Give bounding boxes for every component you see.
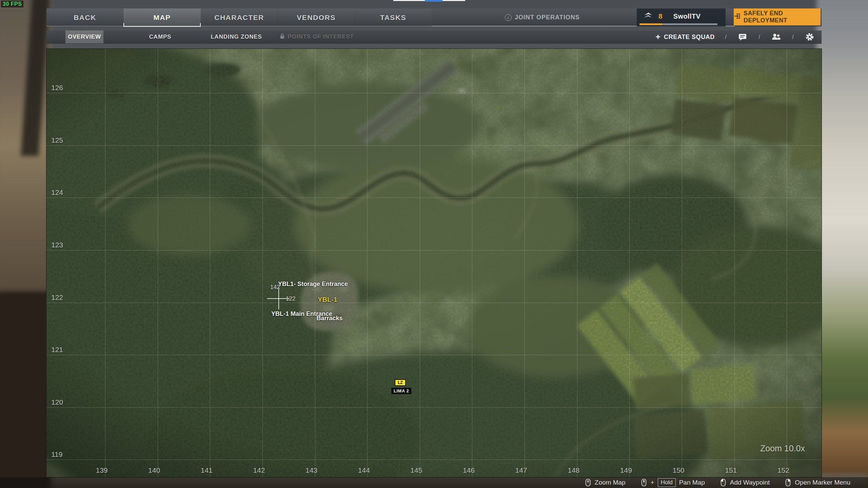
grid-line xyxy=(787,49,787,477)
tab-tasks[interactable]: TASKS xyxy=(355,8,432,26)
grid-line xyxy=(46,198,822,198)
grid-line xyxy=(315,49,315,477)
grid-line xyxy=(210,49,210,477)
grid-line xyxy=(158,49,158,477)
squad-progress-fill xyxy=(639,23,662,25)
grid-line xyxy=(420,49,420,477)
grid-label: 140 xyxy=(142,466,166,474)
hint-zoom-map: Zoom Map xyxy=(585,479,626,487)
main-nav-bar: BACK MAP CHARACTER VENDORS TASKS i JOINT… xyxy=(46,8,822,26)
tab-vendors[interactable]: VENDORS xyxy=(278,8,355,26)
grid-line xyxy=(472,49,472,477)
tab-map[interactable]: MAP xyxy=(123,8,201,26)
grid-label: 147 xyxy=(509,466,533,474)
grid-line xyxy=(46,145,822,146)
lz-marker-name: LIMA 2 xyxy=(391,388,411,394)
game-screen: { "fps_label": "30 FPS", "top_nav": { "t… xyxy=(0,0,868,488)
subtab-camps-label: CAMPS xyxy=(149,34,171,40)
subtab-landing-zones[interactable]: LANDING ZONES xyxy=(208,30,265,43)
hint-add-waypoint-label: Add Waypoint xyxy=(730,479,770,486)
hint-pan-map-label: Pan Map xyxy=(679,479,705,486)
safely-end-deployment-label: SAFELY END DEPLOYMENT xyxy=(744,10,821,24)
grid-label: 151 xyxy=(719,466,743,474)
grid-line xyxy=(46,303,822,303)
safely-end-deployment-button[interactable]: SAFELY END DEPLOYMENT xyxy=(734,8,821,25)
subtab-points-of-interest: POINTS OF INTEREST xyxy=(278,30,356,43)
separator: / xyxy=(792,34,794,41)
people-icon xyxy=(771,33,781,41)
chat-icon xyxy=(738,33,747,41)
mouse-left-click-icon xyxy=(721,479,727,487)
grid-line xyxy=(629,49,630,477)
squad-members-button[interactable] xyxy=(770,31,782,43)
gear-icon xyxy=(805,32,814,42)
grid-line xyxy=(367,49,368,477)
create-squad-button[interactable]: + CREATE SQUAD xyxy=(655,32,715,42)
hint-open-marker-menu-label: Open Marker Menu xyxy=(795,479,850,486)
joint-operations-label: JOINT OPERATIONS xyxy=(515,14,580,21)
map-sub-nav-bar: OVERVIEW CAMPS LANDING ZONES POINTS OF I… xyxy=(46,30,822,44)
joint-operations: i JOINT OPERATIONS xyxy=(505,8,580,26)
squad-member-count: 8 xyxy=(658,12,663,20)
squad-status-block[interactable]: 8 SwollTV xyxy=(637,8,726,26)
fps-counter: 30 FPS xyxy=(1,1,23,7)
grid-label: 148 xyxy=(562,466,586,474)
tab-character-label: CHARACTER xyxy=(214,14,264,22)
grid-line xyxy=(46,407,822,408)
subtab-camps[interactable]: CAMPS xyxy=(144,30,176,43)
separator: / xyxy=(725,34,727,41)
tab-back[interactable]: BACK xyxy=(46,8,124,26)
grid-label: 152 xyxy=(771,466,795,474)
poi-label-storage-entrance: YBL1- Storage Entrance xyxy=(278,281,348,288)
top-progress-sliver-blue xyxy=(425,0,442,2)
squad-rank-icon xyxy=(643,12,654,21)
tab-character[interactable]: CHARACTER xyxy=(201,8,278,26)
mouse-right-click-icon xyxy=(785,479,791,487)
hold-key-chip: Hold xyxy=(658,478,676,487)
background-blur-right xyxy=(816,0,868,488)
hint-plus: + xyxy=(651,479,654,486)
tactical-map[interactable]: 1391401411421431441451461471481491501511… xyxy=(46,49,822,477)
grid-line xyxy=(105,49,105,477)
grid-line xyxy=(46,250,822,250)
grid-line xyxy=(734,49,735,477)
hint-open-marker-menu: Open Marker Menu xyxy=(785,479,850,487)
plus-icon: + xyxy=(655,32,660,42)
tab-tasks-label: TASKS xyxy=(380,14,406,22)
chat-button[interactable] xyxy=(737,31,748,43)
subtab-overview-label: OVERVIEW xyxy=(68,34,101,40)
subtab-overview[interactable]: OVERVIEW xyxy=(65,30,103,43)
active-tab-bracket xyxy=(123,23,201,27)
grid-label: 120 xyxy=(51,398,63,406)
grid-label: 124 xyxy=(51,188,63,197)
player-grid-label: 122 xyxy=(286,296,295,302)
grid-label: 122 xyxy=(51,293,63,302)
poi-label-barracks: Barracks xyxy=(316,315,342,322)
grid-label: 141 xyxy=(195,466,218,474)
mouse-scroll-icon xyxy=(585,479,591,487)
hint-zoom-map-label: Zoom Map xyxy=(595,479,626,486)
grid-line xyxy=(577,49,577,477)
exit-icon xyxy=(734,13,741,21)
lz-marker[interactable]: LZ xyxy=(395,379,406,386)
settings-button[interactable] xyxy=(804,31,815,43)
mouse-middle-icon xyxy=(641,479,647,487)
poi-label-ybl1: YBL-1 xyxy=(318,296,337,304)
grid-line xyxy=(525,49,525,477)
tab-vendors-label: VENDORS xyxy=(297,14,335,22)
tab-map-label: MAP xyxy=(153,14,171,22)
grid-label: 144 xyxy=(352,466,376,474)
grid-label: 119 xyxy=(51,450,62,459)
squad-progress-bar xyxy=(639,23,717,25)
subtab-landing-zones-label: LANDING ZONES xyxy=(211,34,262,40)
grid-line xyxy=(682,49,682,477)
grid-label: 126 xyxy=(51,84,63,92)
grid-label: 123 xyxy=(51,241,63,249)
lock-icon xyxy=(280,33,285,41)
grid-label: 146 xyxy=(457,466,480,474)
grid-label: 150 xyxy=(667,466,690,474)
grid-label: 121 xyxy=(51,346,63,354)
grid-label: 149 xyxy=(614,466,638,474)
create-squad-label: CREATE SQUAD xyxy=(664,34,715,41)
hint-pan-map: + Hold Pan Map xyxy=(641,478,705,487)
